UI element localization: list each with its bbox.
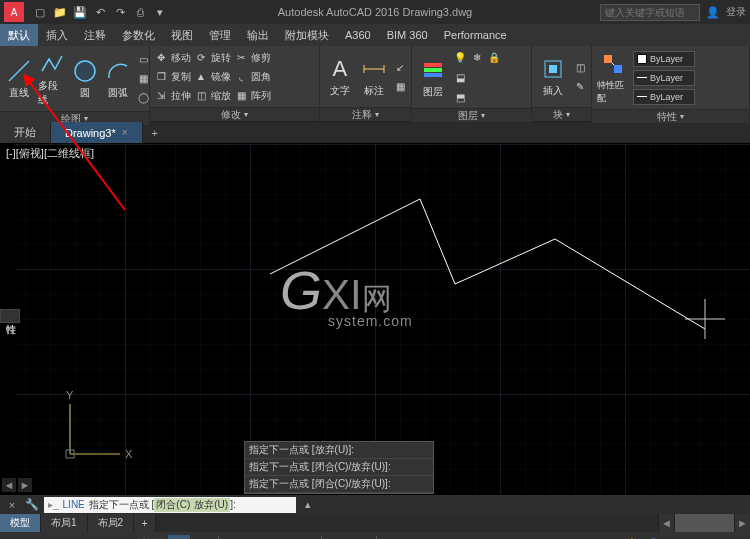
annoscale-icon[interactable]: 🏷 bbox=[522, 535, 544, 540]
gizmo-toggle[interactable]: ✜ bbox=[477, 535, 499, 540]
panel-block-title[interactable]: 块▾ bbox=[532, 107, 591, 121]
qat-undo-icon[interactable]: ↶ bbox=[92, 4, 108, 20]
tab-insert[interactable]: 插入 bbox=[38, 24, 76, 46]
annovis-icon[interactable]: 👁 bbox=[546, 535, 568, 540]
panel-annotation-title[interactable]: 注释▾ bbox=[320, 107, 411, 121]
app-icon[interactable]: A bbox=[4, 2, 24, 22]
tab-manage[interactable]: 管理 bbox=[201, 24, 239, 46]
ortho-toggle[interactable]: ⊥ bbox=[223, 535, 245, 540]
linetype-combo[interactable]: ByLayer bbox=[633, 89, 695, 105]
color-combo[interactable]: ByLayer bbox=[633, 51, 695, 67]
qat-print-icon[interactable]: ⎙ bbox=[132, 4, 148, 20]
customize-status-icon[interactable]: ≡ bbox=[724, 535, 746, 540]
polyline-button[interactable]: 多段线 bbox=[37, 48, 67, 109]
dynucs-toggle[interactable]: ⬓ bbox=[429, 535, 451, 540]
sign-in-button[interactable]: 登录 bbox=[726, 5, 746, 19]
rect-button[interactable]: ▭ bbox=[136, 51, 150, 69]
new-tab-button[interactable]: + bbox=[143, 122, 167, 143]
osnap-toggle[interactable]: ◇ bbox=[271, 535, 293, 540]
layer-combo[interactable]: ⬓ bbox=[453, 68, 501, 86]
edit-block-button[interactable]: ✎ bbox=[573, 77, 587, 95]
help-search-input[interactable] bbox=[600, 4, 700, 21]
close-tab-icon[interactable]: × bbox=[122, 127, 128, 138]
hscroll-left-icon[interactable]: ◄ bbox=[658, 514, 674, 532]
panel-properties-title[interactable]: 特性▾ bbox=[592, 109, 749, 123]
table-button[interactable]: ▦ bbox=[393, 77, 407, 95]
layout-add[interactable]: + bbox=[134, 514, 156, 532]
qat-new-icon[interactable]: ▢ bbox=[32, 4, 48, 20]
isolate-icon[interactable]: 👤 bbox=[642, 535, 664, 540]
ellipse-button[interactable]: ◯ bbox=[136, 89, 150, 107]
scroll-left-icon[interactable]: ◄ bbox=[2, 478, 16, 492]
hatch-button[interactable]: ▦ bbox=[136, 70, 150, 88]
workspace-icon[interactable]: ⚙ bbox=[570, 535, 592, 540]
tab-a360[interactable]: A360 bbox=[337, 24, 379, 46]
cycle-toggle[interactable]: ⟲ bbox=[381, 535, 403, 540]
polar-toggle[interactable]: ✦ bbox=[247, 535, 269, 540]
tab-default[interactable]: 默认 bbox=[0, 24, 38, 46]
layer-props-button[interactable]: 图层 bbox=[416, 54, 450, 101]
circle-button[interactable]: 圆 bbox=[70, 55, 100, 102]
layout-1[interactable]: 布局1 bbox=[41, 514, 88, 532]
qat-save-icon[interactable]: 💾 bbox=[72, 4, 88, 20]
insert-block-button[interactable]: 插入 bbox=[536, 53, 570, 100]
doctab-drawing3[interactable]: Drawing3*× bbox=[51, 122, 143, 143]
tab-addins[interactable]: 附加模块 bbox=[277, 24, 337, 46]
move-button[interactable]: ✥移动 bbox=[154, 49, 191, 67]
lineweight-combo[interactable]: ByLayer bbox=[633, 70, 695, 86]
transparency-toggle[interactable]: ◐ bbox=[350, 535, 372, 540]
trim-button[interactable]: ✂修剪 bbox=[234, 49, 271, 67]
tab-bim360[interactable]: BIM 360 bbox=[379, 24, 436, 46]
cmd-recent-icon[interactable]: ▴ bbox=[300, 497, 316, 513]
lineweight-toggle[interactable]: ≡ bbox=[326, 535, 348, 540]
command-input[interactable]: ▸_ LINE 指定下一点或 [ 闭合(C) 放弃(U) ]: bbox=[44, 497, 296, 513]
selection-filter[interactable]: ▼ bbox=[453, 535, 475, 540]
tab-view[interactable]: 视图 bbox=[163, 24, 201, 46]
cmd-option-close[interactable]: 闭合(C) bbox=[154, 498, 192, 512]
create-block-button[interactable]: ◫ bbox=[573, 58, 587, 76]
hardware-accel-icon[interactable]: ⚡ bbox=[618, 535, 640, 540]
command-bar: × 🔧 ▸_ LINE 指定下一点或 [ 闭合(C) 放弃(U) ]: ▴ bbox=[0, 494, 750, 514]
qat-redo-icon[interactable]: ↷ bbox=[112, 4, 128, 20]
tab-parametric[interactable]: 参数化 bbox=[114, 24, 163, 46]
model-space-button[interactable]: 模型 bbox=[138, 535, 166, 540]
hscroll-right-icon[interactable]: ► bbox=[734, 514, 750, 532]
line-button[interactable]: 直线 bbox=[4, 55, 34, 102]
grid-toggle[interactable]: ▦ bbox=[168, 535, 190, 540]
fillet-button[interactable]: ◟圆角 bbox=[234, 68, 271, 86]
arc-button[interactable]: 圆弧 bbox=[103, 55, 133, 102]
isoplane-icon[interactable]: ◆ bbox=[594, 535, 616, 540]
copy-button[interactable]: ❐复制 bbox=[154, 68, 191, 86]
stretch-button[interactable]: ⇲拉伸 bbox=[154, 87, 191, 105]
leader-button[interactable]: ↙ bbox=[393, 58, 407, 76]
tab-annotate[interactable]: 注释 bbox=[76, 24, 114, 46]
cmd-customize-icon[interactable]: 🔧 bbox=[24, 497, 40, 513]
tab-output[interactable]: 输出 bbox=[239, 24, 277, 46]
match-props-button[interactable]: 特性匹配 bbox=[596, 48, 630, 107]
qat-open-icon[interactable]: 📁 bbox=[52, 4, 68, 20]
layer-row3[interactable]: ⬒ bbox=[453, 88, 501, 106]
hscroll-thumb[interactable] bbox=[674, 514, 734, 532]
3dosnap-toggle[interactable]: ⬚ bbox=[405, 535, 427, 540]
doctab-start[interactable]: 开始 bbox=[0, 122, 51, 143]
drawing-canvas[interactable]: [-][俯视][二维线框] 特性 X Y bbox=[0, 144, 750, 494]
cmd-close-icon[interactable]: × bbox=[4, 497, 20, 513]
array-button[interactable]: ▦阵列 bbox=[234, 87, 271, 105]
rotate-button[interactable]: ⟳旋转 bbox=[194, 49, 231, 67]
text-button[interactable]: A 文字 bbox=[324, 53, 356, 100]
snap-toggle[interactable]: ⊞ bbox=[192, 535, 214, 540]
dimension-button[interactable]: 标注 bbox=[359, 53, 391, 100]
mirror-button[interactable]: ▲镜像 bbox=[194, 68, 231, 86]
tab-performance[interactable]: Performance bbox=[436, 24, 515, 46]
cmd-option-undo[interactable]: 放弃(U) bbox=[192, 498, 230, 512]
scroll-right-icon[interactable]: ► bbox=[18, 478, 32, 492]
layout-model[interactable]: 模型 bbox=[0, 514, 41, 532]
layer-row1[interactable]: 💡❄🔒 bbox=[453, 48, 501, 66]
layout-2[interactable]: 布局2 bbox=[88, 514, 135, 532]
qat-dropdown-icon[interactable]: ▾ bbox=[152, 4, 168, 20]
panel-layers-title[interactable]: 图层▾ bbox=[412, 108, 531, 122]
panel-modify-title[interactable]: 修改▾ bbox=[150, 107, 319, 121]
user-icon[interactable]: 👤 bbox=[706, 6, 720, 19]
otrack-toggle[interactable]: ∠ bbox=[295, 535, 317, 540]
scale-button[interactable]: ◫缩放 bbox=[194, 87, 231, 105]
